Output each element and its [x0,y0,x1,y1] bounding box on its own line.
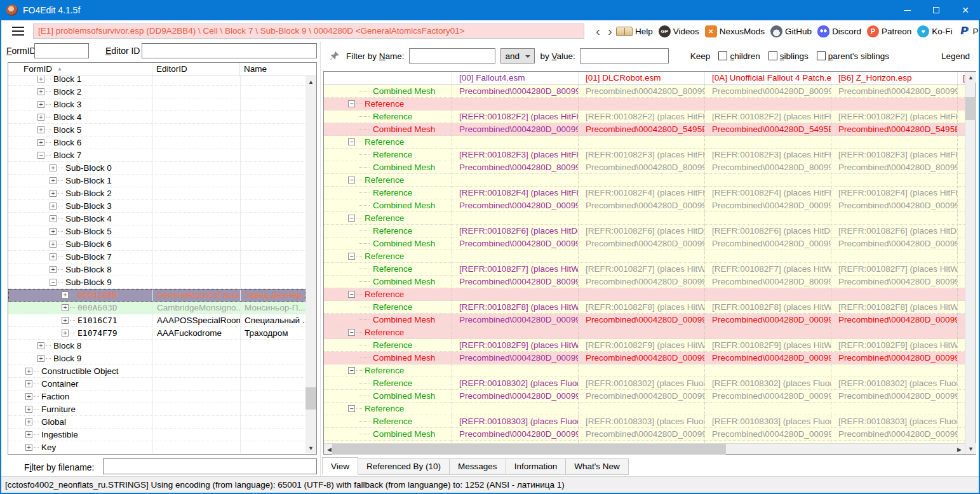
tab-information[interactable]: Information [506,458,567,475]
expand-icon[interactable]: + [50,164,57,171]
grid-row[interactable]: −Reference [324,212,965,225]
grid-column-header[interactable]: [0A] Unofficial Fallout 4 Patch.esp [705,72,831,84]
collapse-icon[interactable]: − [348,138,355,145]
link-videos[interactable]: Videos [659,25,699,37]
grid-row[interactable]: Reference[REFR:001082F6] (places HitDebr… [324,225,965,237]
tab-messages[interactable]: Messages [450,458,506,475]
expand-icon[interactable]: + [50,177,57,184]
tree-row[interactable]: +Sub-Block 4 [8,213,305,225]
collapse-icon[interactable]: − [348,367,355,374]
tree-row[interactable]: +Furniture [8,403,305,416]
scroll-down-icon[interactable]: ▼ [965,443,976,454]
grid-row[interactable]: −Reference [324,403,965,415]
grid-column-header[interactable]: [B7 [958,72,965,84]
close-button[interactable]: ✕ [951,0,980,20]
legend-link[interactable]: Legend [941,51,970,61]
link-help[interactable]: Help [616,27,653,36]
tree-column-editorid[interactable]: EditorID [152,63,240,76]
expand-icon[interactable]: + [37,101,44,108]
grid-row[interactable]: −Reference [324,326,965,339]
grid-row[interactable]: −Reference [324,364,965,377]
grid-row[interactable]: −Reference [324,136,965,149]
grid-row[interactable]: Reference[REFR:00108302] (places Fluores… [324,377,965,390]
expand-icon[interactable]: + [37,88,44,95]
expand-icon[interactable]: + [50,266,57,273]
maximize-button[interactable] [922,0,951,20]
grid-row[interactable]: Combined MeshPrecombined\0004280D_00099B… [324,390,965,403]
expand-icon[interactable]: + [50,253,57,260]
grid-row[interactable]: Combined MeshPrecombined\0004280D_80099B… [324,276,965,288]
expand-icon[interactable]: − [37,152,44,159]
tree-row[interactable]: +Faction [8,391,305,403]
grid-row[interactable]: −Reference [324,98,965,110]
expand-icon[interactable]: + [62,304,69,311]
expand-icon[interactable]: + [50,203,57,210]
grid-row[interactable]: Combined MeshPrecombined\0004280D_00099B… [324,199,965,212]
link-nexusmods[interactable]: NexusMods [705,25,765,37]
expand-icon[interactable]: + [50,241,57,248]
grid-row[interactable]: −Reference [324,288,965,301]
grid-row[interactable]: Combined MeshPrecombined\0004280D_80099B… [324,161,965,174]
grid-row[interactable]: Reference[REFR:00108303] (places Fluores… [324,415,965,428]
expand-icon[interactable]: + [37,355,44,362]
filter-name-input[interactable] [409,48,495,63]
tree-row[interactable]: +E1074F79AAAFuckodromeТраходром [8,327,305,340]
keep-checkbox-siblings[interactable]: siblings [769,51,809,61]
back-button[interactable]: ‹ [592,25,604,37]
grid-row[interactable]: Combined MeshPrecombined\0004280D_00099B… [324,352,965,364]
expand-icon[interactable]: + [62,330,69,337]
expand-icon[interactable]: + [50,215,57,222]
tree-row[interactable]: +Constructible Object [8,365,305,378]
grid-row[interactable]: −Reference [324,174,965,187]
collapse-icon[interactable]: − [348,177,355,184]
expand-icon[interactable]: + [25,368,32,375]
tree-row[interactable]: +Sub-Block 2 [8,187,305,200]
link-kofi[interactable]: Ko-Fi [917,25,952,37]
expand-icon[interactable]: + [50,228,57,235]
menu-button[interactable] [12,27,24,36]
tree-column-name[interactable]: Name [240,63,316,76]
breadcrumb[interactable]: [E1] problemsofsurvivor.esp (DD9A2BB4) \… [33,23,584,39]
tree-row[interactable]: +Sub-Block 8 [8,264,305,276]
collapse-icon[interactable]: − [348,253,355,260]
tree-column-formid[interactable]: FormID▲ [8,63,152,76]
expand-icon[interactable]: + [25,431,32,438]
grid-row[interactable]: Combined MeshPrecombined\0004280D_00099B… [324,314,965,326]
grid-row[interactable]: Combined MeshPrecombined\0004280D_00099B… [324,237,965,250]
tree-row[interactable]: +Ingestible [8,429,305,441]
formid-input[interactable] [34,43,89,58]
expand-icon[interactable]: + [25,393,32,400]
collapse-icon[interactable]: − [348,100,355,107]
grid-row[interactable]: Reference[REFR:001082F2] (places HitFloo… [324,110,965,123]
tree-row[interactable]: +Key [8,441,305,453]
scroll-down-icon[interactable]: ▼ [305,443,316,453]
expand-icon[interactable]: + [50,190,57,197]
expand-icon[interactable]: + [62,291,69,298]
tree-row[interactable]: +Block 4 [8,111,305,124]
keep-checkbox-children[interactable]: children [718,51,760,61]
tree-row[interactable]: +Block 2 [8,86,305,98]
expand-icon[interactable]: + [25,380,32,387]
tree-row[interactable]: +Block 3 [8,98,305,111]
grid-row[interactable]: Reference[REFR:001082F8] (places HitWind… [324,301,965,314]
link-discord[interactable]: Discord [817,25,861,37]
expand-icon[interactable]: + [25,418,32,425]
tab-what-s-new[interactable]: What's New [566,458,629,475]
tree-row[interactable]: +Block 9 [8,352,305,365]
grid-row[interactable]: Combined MeshPrecombined\0004280D_00099B… [324,123,965,136]
tree-row[interactable]: +0004280DGeneralAtomicsFacto...Завод Дже… [8,289,305,302]
link-patreon[interactable]: Patreon [867,25,911,37]
tree-row[interactable]: +Block 8 [8,340,305,352]
tree-row[interactable]: +Sub-Block 0 [8,162,305,175]
editorid-input[interactable] [142,43,317,58]
filename-filter-input[interactable] [103,458,317,474]
grid-row[interactable]: Combined MeshPrecombined\0004280D_80099B… [324,85,965,98]
expand-icon[interactable]: + [37,342,44,349]
minimize-button[interactable] [892,0,922,20]
filter-value-input[interactable] [580,48,669,63]
scroll-right-icon[interactable]: ▶ [954,444,965,455]
tree-row[interactable]: −Block 7 [8,149,305,162]
expand-icon[interactable]: + [25,444,32,451]
tab-view[interactable]: View [322,457,358,475]
keep-checkbox-parents-siblings[interactable]: parent's siblings [817,51,889,61]
